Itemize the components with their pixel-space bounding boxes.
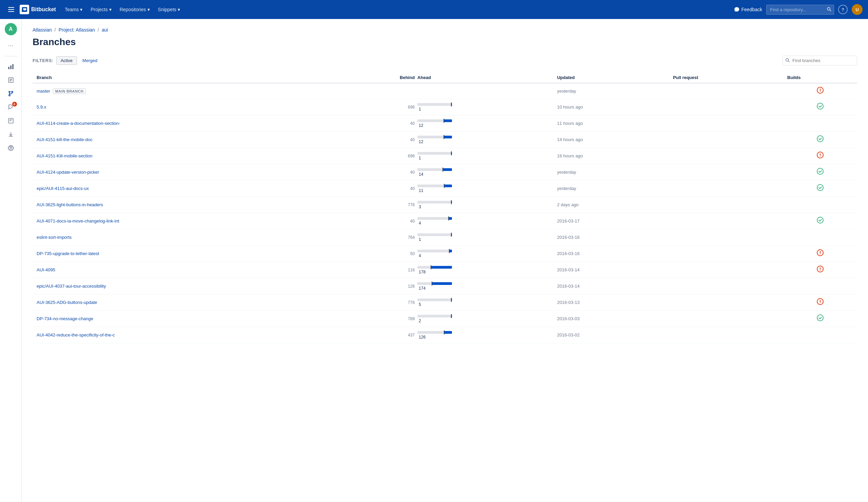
bitbucket-logo[interactable]: Bitbucket bbox=[20, 5, 56, 14]
table-row: DP-734-no-message-change78922016-03-03 bbox=[32, 311, 857, 327]
updated-cell: 2016-03-03 bbox=[553, 311, 669, 327]
snippets-menu[interactable]: Snippets ▾ bbox=[155, 5, 184, 14]
global-search-input[interactable] bbox=[766, 5, 834, 14]
updated-cell: 2016-03-17 bbox=[553, 213, 669, 229]
svg-point-30 bbox=[820, 156, 820, 157]
branch-link[interactable]: AUI-4151-Kill-mobile-section bbox=[37, 153, 93, 158]
ahead-number: 126 bbox=[419, 335, 425, 339]
breadcrumb: Atlassian / Project: Atlassian / aui bbox=[32, 27, 857, 33]
breadcrumb-project[interactable]: Project: Atlassian bbox=[59, 27, 95, 33]
updated-cell: 2 days ago bbox=[553, 197, 669, 213]
filters-label: FILTERS: bbox=[32, 58, 54, 63]
pull-request-cell bbox=[669, 278, 783, 295]
hamburger-menu-button[interactable] bbox=[6, 4, 17, 14]
user-avatar[interactable]: U bbox=[852, 4, 862, 15]
help-button[interactable]: ? bbox=[838, 5, 848, 14]
svg-point-33 bbox=[817, 217, 823, 223]
branch-link[interactable]: AUI-4095 bbox=[37, 267, 55, 273]
breadcrumb-atlassian[interactable]: Atlassian bbox=[32, 27, 52, 33]
builds-cell bbox=[783, 99, 857, 115]
table-row: AUI-4042-reduce-the-specificity-of-the-c… bbox=[32, 327, 857, 343]
svg-point-26 bbox=[817, 103, 823, 109]
find-branches-input[interactable] bbox=[783, 55, 857, 65]
sidebar-icon-source[interactable] bbox=[4, 74, 18, 86]
behind-number: 40 bbox=[410, 137, 415, 142]
repositories-menu[interactable]: Repositories ▾ bbox=[116, 5, 153, 14]
projects-menu[interactable]: Projects ▾ bbox=[87, 5, 115, 14]
find-branches-icon bbox=[785, 58, 790, 63]
build-success-icon bbox=[817, 316, 824, 322]
project-avatar[interactable]: A bbox=[5, 23, 17, 35]
sidebar-icon-settings[interactable] bbox=[4, 142, 18, 154]
updated-cell: 11 hours ago bbox=[553, 115, 669, 132]
main-content: Atlassian / Project: Atlassian / aui Bra… bbox=[22, 19, 868, 351]
branch-link[interactable]: epic/AUI-4115-aui-docs-ux bbox=[37, 186, 89, 191]
behind-number: 789 bbox=[408, 317, 415, 321]
col-behind: Behind bbox=[347, 72, 416, 83]
breadcrumb-repo[interactable]: aui bbox=[102, 27, 108, 33]
build-success-icon bbox=[817, 137, 824, 143]
behind-number: 696 bbox=[408, 105, 415, 110]
table-row: AUI-4151-kill-the-mobile-doc401214 hours… bbox=[32, 132, 857, 148]
ahead-bar bbox=[452, 315, 452, 317]
breadcrumb-separator-1: / bbox=[54, 27, 56, 33]
ahead-cell: 174 bbox=[416, 278, 553, 295]
branch-link[interactable]: AUI-4124-update-version-picker bbox=[37, 170, 99, 175]
sidebar-icon-downloads[interactable] bbox=[4, 128, 18, 141]
behind-cell bbox=[347, 83, 416, 99]
ahead-cell: 178 bbox=[416, 262, 553, 278]
top-nav-right: Feedback ? U bbox=[734, 4, 862, 15]
pull-request-cell bbox=[669, 197, 783, 213]
ahead-bar bbox=[449, 217, 452, 220]
build-success-icon bbox=[817, 104, 824, 111]
table-row: AUI-4124-update-version-picker4014yester… bbox=[32, 164, 857, 181]
svg-rect-5 bbox=[8, 67, 10, 69]
branch-link[interactable]: AUI-4151-kill-the-mobile-doc bbox=[37, 137, 93, 142]
ahead-bar bbox=[452, 298, 452, 301]
branch-name-cell: AUI-3625-light-buttons-in-headers bbox=[32, 197, 347, 213]
sidebar-icon-stats[interactable] bbox=[4, 60, 18, 73]
branch-name-cell: AUI-4042-reduce-the-specificity-of-the-c bbox=[32, 327, 347, 343]
branch-name-cell: AUI-4114-create-a-documentation-section- bbox=[32, 115, 347, 132]
filter-active-button[interactable]: Active bbox=[56, 56, 77, 65]
branch-link[interactable]: AUI-3625-light-buttons-in-headers bbox=[37, 202, 103, 207]
branch-link[interactable]: master bbox=[37, 89, 50, 94]
branch-link[interactable]: AUI-3625-ADG-buttons-update bbox=[37, 300, 97, 305]
branch-link[interactable]: AUI-4071-docs-ia-move-changelog-link-int bbox=[37, 218, 119, 224]
ahead-cell: 3 bbox=[416, 197, 553, 213]
branch-link[interactable]: AUI-4042-reduce-the-specificity-of-the-c bbox=[37, 332, 115, 338]
behind-cell: 696 bbox=[347, 99, 416, 115]
branch-link[interactable]: DP-735-upgrade-to-tether-latest bbox=[37, 251, 99, 256]
behind-number: 776 bbox=[408, 203, 415, 207]
table-row: AUI-3625-light-buttons-in-headers77632 d… bbox=[32, 197, 857, 213]
table-row: DP-735-upgrade-to-tether-latest5042016-0… bbox=[32, 246, 857, 262]
branch-link[interactable]: eslint-sort-imports bbox=[37, 235, 72, 240]
ahead-bar bbox=[445, 331, 452, 334]
branch-name-cell: epic/AUI-4037-aui-tour-accessibility bbox=[32, 278, 347, 295]
feedback-button[interactable]: Feedback bbox=[734, 7, 762, 12]
sidebar-icon-pullrequests[interactable] bbox=[4, 115, 18, 127]
sidebar-divider bbox=[4, 56, 18, 56]
branch-link[interactable]: epic/AUI-4037-aui-tour-accessibility bbox=[37, 284, 106, 289]
svg-point-39 bbox=[820, 270, 820, 271]
branch-link[interactable]: DP-734-no-message-change bbox=[37, 316, 93, 321]
svg-rect-2 bbox=[8, 11, 14, 12]
col-ahead: Ahead bbox=[416, 72, 553, 83]
behind-bar bbox=[417, 331, 444, 334]
updated-cell: 2016-03-02 bbox=[553, 327, 669, 343]
teams-menu[interactable]: Teams ▾ bbox=[61, 5, 86, 14]
filter-merged-button[interactable]: Merged bbox=[80, 57, 100, 64]
ahead-number: 1 bbox=[419, 237, 421, 242]
branch-link[interactable]: 5.9.x bbox=[37, 104, 46, 110]
sidebar-icon-branches[interactable] bbox=[4, 88, 18, 100]
filters-left: FILTERS: Active Merged bbox=[32, 56, 100, 65]
updated-cell: 2016-03-16 bbox=[553, 246, 669, 262]
branch-link[interactable]: AUI-4114-create-a-documentation-section- bbox=[37, 121, 120, 126]
behind-cell: 126 bbox=[347, 278, 416, 295]
behind-number: 40 bbox=[410, 186, 415, 191]
svg-point-31 bbox=[817, 168, 823, 174]
sidebar-icon-commits[interactable]: 6 bbox=[4, 101, 18, 113]
svg-line-22 bbox=[788, 61, 790, 62]
branch-name-cell: AUI-4151-kill-the-mobile-doc bbox=[32, 132, 347, 148]
more-options-button[interactable]: ··· bbox=[6, 39, 16, 52]
